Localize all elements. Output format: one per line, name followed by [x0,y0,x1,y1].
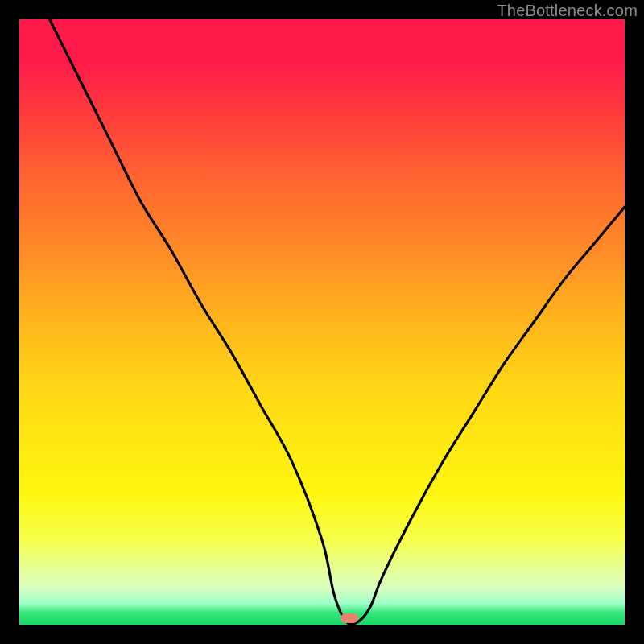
plot-area [19,19,625,625]
curve-path [50,19,625,625]
bottleneck-curve [19,19,625,625]
optimal-point-marker [341,613,358,623]
chart-stage: TheBottleneck.com [0,0,644,644]
watermark-text: TheBottleneck.com [497,2,638,20]
